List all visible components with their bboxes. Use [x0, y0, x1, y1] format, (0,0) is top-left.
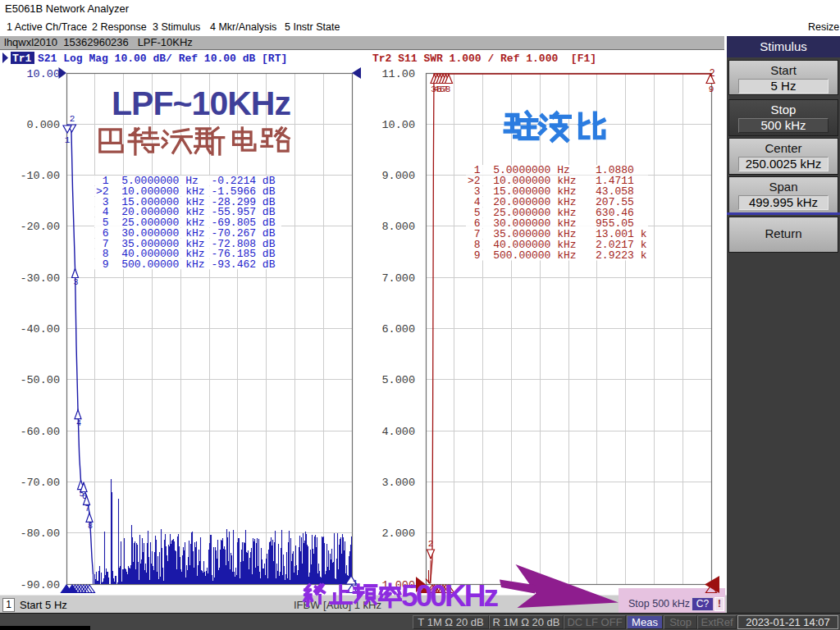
svg-text:-10.00: -10.00 — [20, 170, 60, 182]
svg-text:S21 Log Mag 10.00 dB/ Ref 10.0: S21 Log Mag 10.00 dB/ Ref 10.00 dB [RT] — [38, 52, 287, 65]
svg-text:-50.00: -50.00 — [20, 374, 60, 386]
svg-text:-80.00: -80.00 — [20, 527, 60, 540]
svg-text:8 40.000000 kHz -76.185 dB: 8 40.000000 kHz -76.185 dB — [96, 248, 276, 260]
svg-text:10.00: 10.00 — [381, 119, 415, 131]
svg-text:2: 2 — [70, 114, 75, 124]
svg-text:-70.00: -70.00 — [20, 477, 60, 489]
svg-text:9.000: 9.000 — [381, 170, 415, 182]
svg-text:5 25.000000 kHz 630.46: 5 25.000000 kHz 630.46 — [468, 207, 634, 219]
svg-text:10.00: 10.00 — [26, 68, 60, 80]
svg-text:>2 10.000000 kHz -1.5966 dB: >2 10.000000 kHz -1.5966 dB — [96, 185, 276, 198]
svg-text:1 5.0000000 Hz -0.2214 dB: 1 5.0000000 Hz -0.2214 dB — [96, 175, 276, 187]
svg-text:3: 3 — [73, 278, 78, 287]
svg-text:6: 6 — [440, 84, 445, 94]
svg-text:0.000: 0.000 — [26, 119, 60, 131]
svg-text:1.000: 1.000 — [381, 579, 415, 591]
svg-text:7 35.000000 kHz 13.001 k: 7 35.000000 kHz 13.001 k — [468, 228, 647, 240]
svg-text:9 500.00000 kHz -93.462 dB: 9 500.00000 kHz -93.462 dB — [96, 258, 276, 271]
svg-text:1: 1 — [65, 135, 71, 145]
svg-text:7: 7 — [442, 84, 448, 94]
svg-text:4.000: 4.000 — [381, 426, 415, 438]
svg-text:9 500.00000 kHz 2.9223 k: 9 500.00000 kHz 2.9223 k — [468, 249, 647, 262]
svg-text:3: 3 — [431, 84, 436, 94]
svg-text:6 30.000000 kHz 955.05: 6 30.000000 kHz 955.05 — [468, 217, 634, 230]
svg-text:8 40.000000 kHz 2.0217 k: 8 40.000000 kHz 2.0217 k — [468, 239, 647, 251]
svg-text:7 35.000000 kHz -72.808 dB: 7 35.000000 kHz -72.808 dB — [96, 238, 276, 250]
svg-text:>2 10.000000 kHz 1.4711: >2 10.000000 kHz 1.4711 — [468, 175, 634, 187]
svg-text:7: 7 — [84, 504, 89, 514]
svg-text:LPF~10KHz: LPF~10KHz — [112, 84, 291, 122]
svg-text:8: 8 — [88, 522, 93, 531]
svg-text:8.000: 8.000 — [381, 221, 415, 233]
svg-text:4: 4 — [434, 84, 440, 94]
svg-text:5: 5 — [436, 84, 442, 94]
svg-text:6 30.000000 kHz -70.267 dB: 6 30.000000 kHz -70.267 dB — [96, 227, 276, 240]
svg-text:11.00: 11.00 — [381, 68, 415, 80]
svg-text:4: 4 — [76, 419, 81, 428]
svg-text:-30.00: -30.00 — [20, 272, 60, 285]
svg-text:4 20.000000 kHz -55.957 dB: 4 20.000000 kHz -55.957 dB — [96, 206, 276, 218]
svg-text:1: 1 — [353, 578, 358, 588]
svg-text:2: 2 — [709, 68, 714, 80]
svg-text:6: 6 — [82, 492, 87, 501]
svg-text:Tr2 S11 SWR 1.000 / Ref 1.000: Tr2 S11 SWR 1.000 / Ref 1.000 [F1] — [372, 52, 596, 65]
svg-text:5.000: 5.000 — [381, 374, 415, 386]
svg-text:6.000: 6.000 — [381, 323, 415, 336]
svg-text:3 15.000000 kHz -28.299 dB: 3 15.000000 kHz -28.299 dB — [96, 196, 276, 208]
svg-text:5: 5 — [79, 490, 84, 499]
svg-text:2: 2 — [428, 539, 434, 549]
svg-text:-90.00: -90.00 — [20, 579, 60, 591]
svg-text:3 15.000000 kHz 43.058: 3 15.000000 kHz 43.058 — [468, 185, 634, 198]
svg-text:8: 8 — [445, 84, 451, 94]
svg-text:Tr1: Tr1 — [12, 52, 32, 65]
svg-text:2.000: 2.000 — [381, 527, 415, 540]
svg-text:1 5.0000000 Hz 1.0880: 1 5.0000000 Hz 1.0880 — [468, 164, 634, 176]
svg-text:5 25.000000 kHz -69.805 dB: 5 25.000000 kHz -69.805 dB — [96, 217, 276, 229]
svg-text:-40.00: -40.00 — [20, 323, 60, 336]
svg-text:7.000: 7.000 — [381, 272, 415, 285]
svg-text:-60.00: -60.00 — [20, 426, 60, 438]
svg-text:-20.00: -20.00 — [20, 221, 60, 233]
svg-text:3.000: 3.000 — [381, 477, 415, 489]
svg-text:4 20.000000 kHz 207.55: 4 20.000000 kHz 207.55 — [468, 196, 634, 208]
svg-text:9: 9 — [709, 84, 714, 94]
